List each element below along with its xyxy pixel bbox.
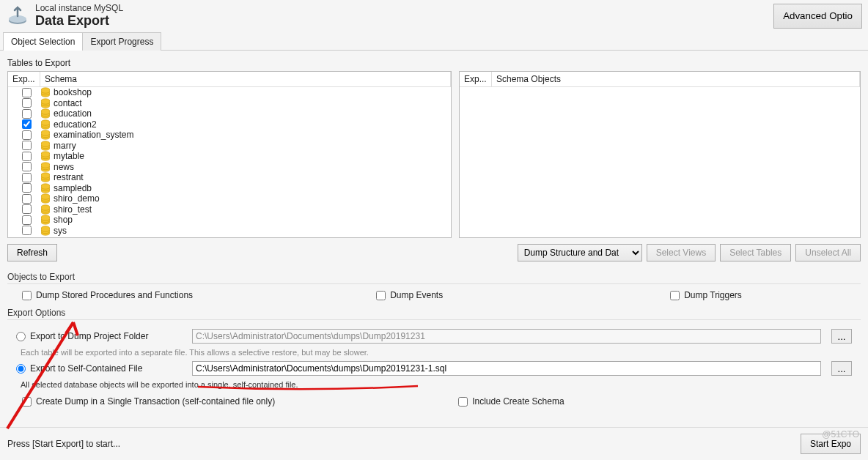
schema-row[interactable]: marry bbox=[8, 141, 451, 152]
footer-hint: Press [Start Export] to start... bbox=[7, 439, 120, 449]
folder-path-input bbox=[192, 329, 821, 344]
include-create-label[interactable]: Include Create Schema bbox=[458, 396, 564, 407]
file-path-input[interactable] bbox=[192, 361, 821, 376]
schema-name: examination_system bbox=[54, 130, 133, 140]
dump-events-label[interactable]: Dump Events bbox=[376, 290, 443, 300]
schema-checkbox[interactable] bbox=[22, 173, 32, 182]
schema-row[interactable]: education2 bbox=[8, 119, 451, 130]
col-export[interactable]: Exp... bbox=[8, 72, 40, 86]
dump-events-checkbox[interactable] bbox=[376, 291, 386, 300]
radio-folder[interactable] bbox=[16, 332, 26, 341]
schema-checkbox[interactable] bbox=[22, 130, 32, 140]
schema-row[interactable]: sampledb bbox=[8, 183, 451, 194]
database-icon bbox=[40, 183, 51, 193]
schema-name: shiro_test bbox=[54, 204, 92, 215]
unselect-all-button[interactable]: Unselect All bbox=[795, 244, 861, 261]
database-icon bbox=[40, 193, 51, 204]
schema-objects-pane: Exp... Schema Objects bbox=[459, 71, 861, 238]
schema-checkbox[interactable] bbox=[22, 119, 32, 129]
export-options-label: Export Options bbox=[7, 308, 861, 320]
page-title: Data Export bbox=[35, 13, 123, 29]
dump-type-select[interactable]: Dump Structure and Dat bbox=[518, 244, 642, 261]
select-views-button[interactable]: Select Views bbox=[647, 244, 716, 261]
refresh-button[interactable]: Refresh bbox=[7, 244, 57, 261]
schema-checkbox[interactable] bbox=[22, 98, 32, 108]
dump-triggers-label[interactable]: Dump Triggers bbox=[670, 290, 742, 300]
tab-export-progress[interactable]: Export Progress bbox=[82, 32, 161, 51]
single-tx-label[interactable]: Create Dump in a Single Transaction (sel… bbox=[22, 396, 275, 407]
single-tx-checkbox[interactable] bbox=[22, 397, 32, 407]
schema-checkbox[interactable] bbox=[22, 141, 32, 150]
dump-sp-label[interactable]: Dump Stored Procedures and Functions bbox=[22, 290, 193, 300]
browse-file-button[interactable]: ... bbox=[831, 361, 852, 376]
schema-row[interactable]: examination_system bbox=[8, 130, 451, 141]
schema-checkbox[interactable] bbox=[22, 194, 32, 204]
dump-triggers-checkbox[interactable] bbox=[670, 291, 680, 300]
advanced-options-button[interactable]: Advanced Optio bbox=[773, 4, 862, 29]
schema-name: bookshop bbox=[54, 87, 92, 97]
radio-folder-label[interactable]: Export to Dump Project Folder bbox=[16, 331, 185, 341]
file-hint: All selected database objects will be ex… bbox=[21, 380, 852, 389]
database-icon bbox=[40, 141, 51, 151]
database-icon bbox=[40, 151, 51, 161]
browse-folder-button[interactable]: ... bbox=[831, 329, 852, 344]
schema-row[interactable]: sys bbox=[8, 226, 451, 237]
col-schema[interactable]: Schema bbox=[40, 72, 451, 86]
objects-scroll[interactable] bbox=[460, 87, 860, 237]
database-icon bbox=[40, 226, 51, 236]
schema-checkbox[interactable] bbox=[22, 204, 32, 214]
database-icon bbox=[40, 119, 51, 130]
tables-to-export-label: Tables to Export bbox=[7, 58, 868, 68]
radio-file[interactable] bbox=[16, 364, 26, 374]
schema-name: shop bbox=[54, 215, 73, 225]
schema-checkbox[interactable] bbox=[22, 215, 32, 225]
schema-row[interactable]: shiro_demo bbox=[8, 193, 451, 204]
schema-checkbox[interactable] bbox=[22, 226, 32, 235]
schema-checkbox[interactable] bbox=[22, 183, 32, 193]
database-icon bbox=[40, 204, 51, 215]
database-icon bbox=[40, 98, 51, 108]
col-export-r[interactable]: Exp... bbox=[460, 72, 492, 86]
objects-to-export-label: Objects to Export bbox=[7, 272, 861, 284]
tab-object-selection[interactable]: Object Selection bbox=[3, 32, 83, 51]
schema-name: marry bbox=[54, 141, 76, 151]
schema-name: sys bbox=[54, 226, 67, 236]
schema-checkbox[interactable] bbox=[22, 88, 32, 97]
schema-row[interactable]: bookshop bbox=[8, 87, 451, 98]
schema-checkbox[interactable] bbox=[22, 109, 32, 119]
schema-name: news bbox=[54, 162, 74, 172]
radio-file-label[interactable]: Export to Self-Contained File bbox=[16, 363, 185, 374]
schema-name: contact bbox=[54, 98, 82, 108]
schema-checkbox[interactable] bbox=[22, 152, 32, 161]
schema-row[interactable]: shiro_test bbox=[8, 204, 451, 215]
database-icon bbox=[40, 108, 51, 119]
db-export-icon bbox=[6, 4, 29, 28]
schema-name: shiro_demo bbox=[54, 193, 100, 204]
schema-name: mytable bbox=[54, 151, 84, 161]
database-icon bbox=[40, 172, 51, 182]
schema-row[interactable]: education bbox=[8, 108, 451, 119]
instance-subtitle: Local instance MySQL bbox=[35, 3, 123, 13]
dump-sp-checkbox[interactable] bbox=[22, 291, 32, 300]
schema-name: restrant bbox=[54, 172, 84, 182]
schema-name: sampledb bbox=[54, 183, 92, 193]
schema-name: education2 bbox=[54, 119, 97, 130]
folder-hint: Each table will be exported into a separ… bbox=[21, 348, 852, 357]
schema-scroll[interactable]: bookshopcontacteducationeducation2examin… bbox=[8, 87, 451, 237]
schema-list-pane: Exp... Schema bookshopcontacteducationed… bbox=[7, 71, 452, 238]
schema-row[interactable]: news bbox=[8, 162, 451, 173]
start-export-button[interactable]: Start Expo bbox=[801, 434, 861, 454]
database-icon bbox=[40, 215, 51, 225]
database-icon bbox=[40, 130, 51, 140]
schema-row[interactable]: shop bbox=[8, 215, 451, 226]
database-icon bbox=[40, 162, 51, 172]
schema-row[interactable]: restrant bbox=[8, 172, 451, 183]
schema-checkbox[interactable] bbox=[22, 162, 32, 171]
col-schema-objects[interactable]: Schema Objects bbox=[492, 72, 860, 86]
include-create-checkbox[interactable] bbox=[458, 397, 468, 407]
schema-row[interactable]: contact bbox=[8, 98, 451, 109]
database-icon bbox=[40, 87, 51, 97]
schema-name: education bbox=[54, 108, 92, 119]
select-tables-button[interactable]: Select Tables bbox=[720, 244, 791, 261]
schema-row[interactable]: mytable bbox=[8, 151, 451, 162]
